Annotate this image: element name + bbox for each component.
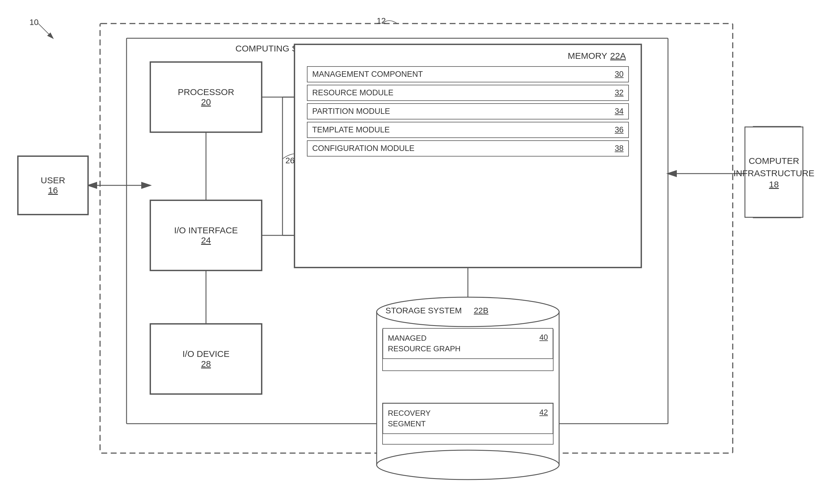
computer-infrastructure-label: COMPUTERINFRASTRUCTURE [734,155,815,179]
resource-module-row: RESOURCE MODULE 32 [307,85,629,101]
managed-resource-graph-num: 40 [539,333,548,342]
managed-resource-graph-label: MANAGEDRESOURCE GRAPH [388,333,461,354]
storage-system-num: 22B [474,306,488,315]
configuration-module-num: 38 [615,144,624,153]
user-label: USER [41,175,65,185]
io-device-box: I/O DEVICE 28 [150,324,262,394]
svg-text:26: 26 [285,156,295,165]
configuration-module-row: CONFIGURATION MODULE 38 [307,140,629,157]
management-component-label: MANAGEMENT COMPONENT [312,70,612,79]
partition-module-label: PARTITION MODULE [312,107,612,116]
io-interface-box: I/O INTERFACE 24 [150,200,262,271]
fig-arrow [29,18,59,47]
user-box: USER 16 [18,156,88,215]
recovery-segment-label: RECOVERYSEGMENT [388,408,431,429]
resource-module-label: RESOURCE MODULE [312,88,612,97]
processor-num: 20 [201,97,211,107]
storage-system-label: STORAGE SYSTEM [385,306,462,315]
template-module-label: TEMPLATE MODULE [312,125,612,134]
processor-box: PROCESSOR 20 [150,62,262,132]
management-component-row: MANAGEMENT COMPONENT 30 [307,66,629,82]
io-interface-label: I/O INTERFACE [174,225,238,235]
memory-label: MEMORY [568,51,607,61]
io-device-num: 28 [201,359,211,369]
recovery-segment-num: 42 [539,408,548,417]
arc-12 [374,15,409,32]
user-num: 16 [48,185,58,195]
configuration-module-label: CONFIGURATION MODULE [312,144,612,153]
io-device-label: I/O DEVICE [182,349,230,359]
memory-num: 22A [610,51,626,61]
memory-box: MEMORY 22A MANAGEMENT COMPONENT 30 RESOU… [294,44,642,268]
template-module-row: TEMPLATE MODULE 36 [307,122,629,138]
diagram: 26 10 12 COMPUTING SYSTEM 14 PROCESSOR 2… [0,0,816,504]
partition-module-row: PARTITION MODULE 34 [307,103,629,119]
svg-point-25 [377,450,559,480]
management-component-num: 30 [615,70,624,79]
template-module-num: 36 [615,125,624,134]
managed-resource-graph-box: MANAGEDRESOURCE GRAPH 40 [383,328,553,359]
computer-infrastructure-box: COMPUTERINFRASTRUCTURE 18 [744,127,803,218]
resource-module-num: 32 [615,88,624,97]
svg-line-29 [38,24,53,38]
modules-container: MANAGEMENT COMPONENT 30 RESOURCE MODULE … [301,66,635,157]
processor-label: PROCESSOR [178,87,234,97]
computer-infrastructure-num: 18 [769,179,779,189]
io-interface-num: 24 [201,235,211,245]
partition-module-num: 34 [615,107,624,116]
recovery-segment-box: RECOVERYSEGMENT 42 [383,403,553,434]
